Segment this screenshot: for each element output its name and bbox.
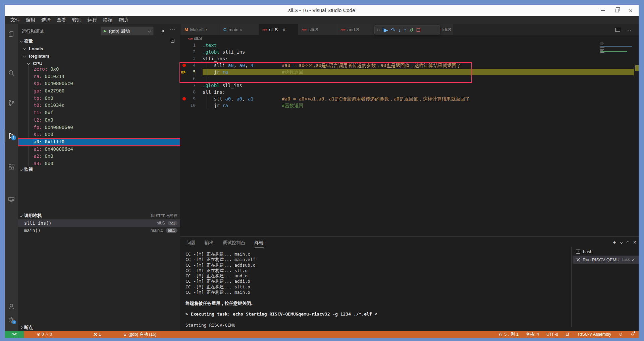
menu-item[interactable]: 运行	[85, 17, 100, 23]
register-row-ra[interactable]: ra:0x10214	[18, 73, 180, 80]
extensions-icon[interactable]	[7, 163, 15, 171]
watch-section-header[interactable]: 监视	[18, 166, 180, 173]
panel-tab-终端[interactable]: 终端	[255, 240, 264, 248]
step-out-icon[interactable]: ↑	[404, 27, 407, 32]
editor-more-actions-icon[interactable]: ···	[626, 27, 631, 32]
problems-status[interactable]: ⊗ 0 △ 0	[37, 331, 52, 338]
code-line-4[interactable]: 4 slli a0, a0, 4 #a0 = a0<<4,a0是C语言调用者传递…	[180, 62, 634, 69]
language-mode[interactable]: RISC-V Assembly	[578, 332, 611, 337]
terminal-output[interactable]: CC -[M] 正在构建... main.cCC -[M] 正在构建... ma…	[185, 252, 568, 328]
tree-item-locals[interactable]: Locals	[18, 45, 180, 52]
source-control-icon[interactable]	[7, 99, 15, 107]
register-row-zero[interactable]: zero:0x0	[18, 66, 180, 73]
drag-handle-icon[interactable]: ∷	[377, 27, 380, 32]
collapse-all-icon[interactable]	[171, 39, 174, 43]
terminal-dropdown-icon[interactable]	[620, 241, 623, 244]
code-line-3[interactable]: 3slli_ins:	[180, 55, 634, 62]
register-row-t2[interactable]: t2:0x0	[18, 117, 180, 124]
running-tasks-status[interactable]: 1	[93, 331, 101, 338]
step-into-icon[interactable]: ↓	[398, 27, 401, 32]
register-row-fp[interactable]: fp:0x408006e0	[18, 124, 180, 131]
new-terminal-icon[interactable]: +	[613, 239, 616, 246]
code-line-10[interactable]: 10 jr ra #函数返回	[180, 102, 634, 109]
step-over-icon[interactable]: ↷	[391, 27, 395, 32]
remote-indicator[interactable]: ><	[5, 331, 24, 338]
gutter[interactable]: 9	[180, 95, 203, 102]
stack-frame[interactable]: slli_ins() sll.S 5:1	[18, 219, 180, 227]
register-row-t0[interactable]: t0:0x1034c	[18, 102, 180, 109]
gutter[interactable]: 10	[180, 102, 203, 109]
gutter[interactable]: 7	[180, 82, 203, 89]
code-line-6[interactable]: 6	[180, 75, 634, 82]
launch-config-dropdown[interactable]: ▶ (gdb) 启动	[101, 26, 154, 36]
gutter[interactable]: 2	[180, 49, 203, 55]
register-row-a0[interactable]: a0:0xffff0	[18, 138, 180, 146]
search-icon[interactable]	[7, 69, 15, 77]
indentation[interactable]: 空格: 4	[526, 332, 539, 337]
panel-tab-问题[interactable]: 问题	[186, 240, 196, 248]
gutter[interactable]: 8	[180, 89, 203, 95]
panel-tab-调试控制台[interactable]: 调试控制台	[223, 240, 246, 248]
register-row-s1[interactable]: s1:0x0	[18, 131, 180, 138]
register-row-sp[interactable]: sp:0x408006c0	[18, 80, 180, 87]
remote-explorer-icon[interactable]	[7, 195, 15, 203]
menu-item[interactable]: 转到	[69, 17, 85, 23]
cursor-position[interactable]: 行 5，列 1	[499, 332, 519, 337]
tree-item-registers[interactable]: Registers	[18, 52, 180, 60]
register-row-gp[interactable]: gp:0x27900	[18, 87, 180, 95]
register-row-tp[interactable]: tp:0x0	[18, 95, 180, 102]
panel-tab-输出[interactable]: 输出	[205, 240, 214, 248]
more-actions-icon[interactable]: ···	[170, 26, 176, 31]
menu-item[interactable]: 帮助	[115, 17, 131, 23]
code-line-8[interactable]: 8sll_ins:	[180, 89, 634, 95]
terminal-list-item-task[interactable]: Run RISCV-QEMU Task ✓	[573, 256, 639, 264]
variables-section-header[interactable]: 变量	[18, 38, 180, 45]
menu-item[interactable]: 编辑	[23, 17, 38, 23]
account-icon[interactable]	[7, 302, 15, 311]
breakpoints-section-header[interactable]: 断点	[18, 324, 180, 331]
explorer-icon[interactable]	[7, 30, 15, 38]
gutter[interactable]: 1	[180, 42, 203, 49]
close-icon[interactable]: ×	[282, 27, 285, 33]
call-stack-section-header[interactable]: 调用堆栈 因 STEP 已暂停	[18, 212, 180, 219]
continue-icon[interactable]: ▶	[383, 27, 388, 32]
register-row-a3[interactable]: a3:0x0	[18, 160, 180, 166]
debug-session-status[interactable]: (gdb) 启动 (16)	[123, 331, 156, 338]
editor-tab-slti.S[interactable]: ASMslti.S	[298, 24, 337, 35]
close-icon[interactable]: ×	[629, 7, 633, 14]
close-panel-icon[interactable]: ×	[633, 240, 636, 246]
code-line-1[interactable]: 1.text	[180, 42, 634, 49]
debug-settings-gear-icon[interactable]	[160, 28, 165, 35]
minimap[interactable]	[600, 43, 635, 56]
register-row-a2[interactable]: a2:0x0	[18, 153, 180, 160]
code-line-2[interactable]: 2.globl slli_ins	[180, 49, 634, 55]
minimize-icon[interactable]	[601, 10, 605, 11]
editor-tab-and.S[interactable]: ASMand.S	[337, 24, 376, 35]
editor-tab-Makefile[interactable]: MMakefile	[181, 24, 220, 35]
gutter[interactable]: 4	[180, 62, 203, 69]
eol-sequence[interactable]: LF	[566, 332, 571, 337]
code-line-5[interactable]: 5 jr ra #函数返回	[180, 69, 634, 75]
stack-frame[interactable]: main() main.c 58:1	[18, 227, 180, 234]
gutter[interactable]: 3	[180, 55, 203, 62]
breadcrumb[interactable]: ASM sll.S	[180, 35, 202, 42]
notifications-bell-icon[interactable]	[630, 332, 635, 337]
register-row-a1[interactable]: a1:0x408006e4	[18, 146, 180, 153]
register-row-t1[interactable]: t1:0xf	[18, 109, 180, 117]
editor-tab-main.c[interactable]: Cmain.c	[220, 24, 259, 35]
gutter[interactable]: 6	[180, 75, 203, 82]
restart-icon[interactable]: ↺	[409, 27, 414, 32]
menu-item[interactable]: 查看	[54, 17, 69, 23]
start-debug-icon[interactable]: ▶	[104, 29, 106, 33]
stop-icon[interactable]	[417, 28, 420, 32]
code-line-7[interactable]: 7.globl sll_ins	[180, 82, 634, 89]
editor-tab-sll.S[interactable]: ASMsll.S×	[259, 24, 298, 35]
maximize-panel-icon[interactable]	[626, 241, 629, 244]
feedback-smiley-icon[interactable]: ☺	[619, 332, 623, 337]
code-line-9[interactable]: 9 sll a0, a0, a1 #a0 = a0<<a1,a0、a1是C语言调…	[180, 95, 634, 102]
gutter[interactable]: 5	[180, 69, 203, 75]
menu-item[interactable]: 终端	[100, 17, 115, 23]
menu-item[interactable]: 选择	[38, 17, 54, 23]
split-editor-icon[interactable]	[615, 28, 620, 32]
terminal-list-item-bash[interactable]: › bash	[573, 248, 639, 256]
